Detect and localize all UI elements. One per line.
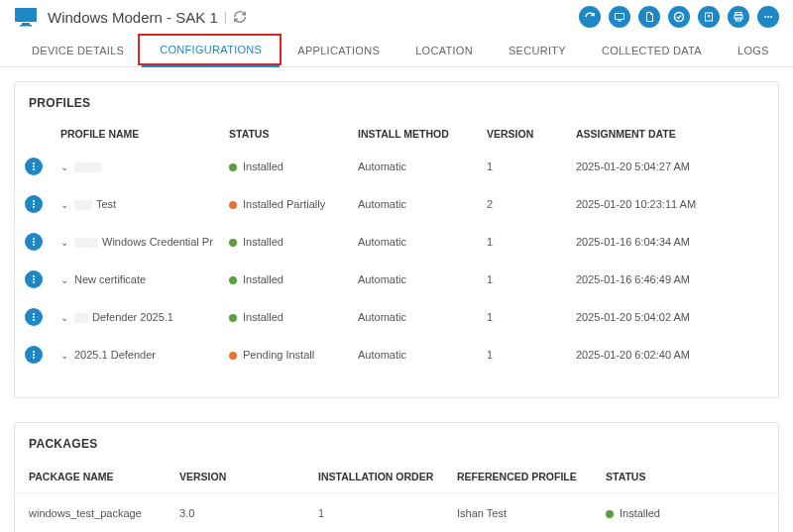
install-method: Automatic [352,185,481,223]
svg-point-22 [33,278,35,280]
status-text: Installed [620,507,660,519]
row-actions-icon[interactable] [25,346,43,364]
assignment-date: 2025-01-20 10:23:11 AM [570,185,778,223]
svg-point-17 [33,206,35,208]
svg-point-20 [33,244,35,246]
col-package-status: STATUS [600,461,778,493]
tab-applications[interactable]: APPLICATIONS [280,33,397,66]
tabs-bar: DEVICE DETAILS CONFIGURATIONS APPLICATIO… [0,32,793,67]
version: 1 [481,223,570,261]
profiles-heading: PROFILES [15,82,778,120]
svg-point-23 [33,281,35,283]
chevron-down-icon[interactable]: ⌄ [60,237,68,248]
svg-point-15 [33,200,35,202]
install-method: Automatic [352,148,481,185]
packages-table: PACKAGE NAME VERSION INSTALLATION ORDER … [15,461,778,532]
row-actions-icon[interactable] [25,270,43,288]
title-separator: | [224,10,227,24]
svg-point-13 [33,165,35,167]
svg-point-27 [33,351,35,353]
chevron-down-icon[interactable]: ⌄ [60,161,68,172]
action-sync-icon[interactable] [579,6,601,28]
chevron-down-icon[interactable]: ⌄ [60,350,68,361]
profile-name: Windows Credential Pr [102,236,213,248]
col-assignment-date: ASSIGNMENT DATE [570,120,778,148]
page-title: Windows Modern - SAK 1 [48,9,218,26]
version: 1 [481,148,570,185]
tab-security[interactable]: SECURITY [491,33,584,66]
status-dot-icon [229,163,237,171]
profile-name: Test [96,198,116,210]
row-actions-icon[interactable] [25,308,43,326]
table-row: windows_test_package3.01Ishan TestInstal… [15,493,778,533]
svg-rect-0 [15,8,37,22]
tab-device-details[interactable]: DEVICE DETAILS [14,33,142,66]
status-text: Installed [243,160,283,172]
svg-point-24 [33,313,35,315]
redacted-text [74,238,98,248]
table-row: ⌄Windows Credential PrInstalledAutomatic… [15,223,778,261]
svg-point-21 [33,275,35,277]
assignment-date: 2025-01-20 6:02:40 AM [570,336,778,373]
svg-rect-2 [20,25,32,27]
tab-location[interactable]: LOCATION [397,33,491,66]
col-ref-profile: REFERENCED PROFILE [451,461,600,493]
redacted-text [74,313,88,323]
row-actions-icon[interactable] [25,158,43,175]
chevron-down-icon[interactable]: ⌄ [60,312,68,323]
svg-point-9 [764,16,766,18]
svg-point-16 [33,203,35,205]
tab-configurations[interactable]: CONFIGURATIONS [142,32,280,67]
chevron-down-icon[interactable]: ⌄ [60,199,68,210]
svg-point-29 [33,357,35,359]
status-dot-icon [229,239,237,247]
redacted-text [74,162,102,172]
status-dot-icon [229,314,237,322]
tab-logs[interactable]: LOGS [720,33,787,66]
svg-point-10 [767,16,769,18]
table-row: ⌄2025.1 DefenderPending InstallAutomatic… [15,336,778,373]
col-package-version: VERSION [173,461,312,493]
assignment-date: 2025-01-16 6:46:49 AM [570,261,778,298]
table-row: ⌄InstalledAutomatic12025-01-20 5:04:27 A… [15,148,778,185]
profiles-panel: PROFILES PROFILE NAME STATUS INSTALL MET… [14,81,779,398]
row-actions-icon[interactable] [25,195,43,213]
svg-point-14 [33,168,35,170]
col-status: STATUS [223,120,352,148]
action-export-icon[interactable] [698,6,720,28]
package-version: 3.0 [173,493,312,533]
col-package-name: PACKAGE NAME [15,461,173,493]
status-text: Installed [243,311,283,323]
status-text: Installed [243,236,283,248]
svg-point-28 [33,354,35,356]
table-row: ⌄TestInstalled PartiallyAutomatic22025-0… [15,185,778,223]
action-screen-icon[interactable] [609,6,630,28]
install-order: 1 [312,493,451,533]
action-more-icon[interactable] [757,6,779,28]
status-dot-icon [229,276,237,284]
device-monitor-icon [14,7,38,27]
version: 1 [481,336,570,373]
col-install-order: INSTALLATION ORDER [312,461,451,493]
action-doc-icon[interactable] [638,6,660,28]
profiles-table: PROFILE NAME STATUS INSTALL METHOD VERSI… [15,120,778,373]
tab-collected-data[interactable]: COLLECTED DATA [584,33,720,66]
profile-name: Defender 2025.1 [92,311,173,323]
col-version: VERSION [481,120,570,148]
assignment-date: 2025-01-20 5:04:02 AM [570,298,778,336]
redacted-text [74,200,92,210]
install-method: Automatic [352,261,481,298]
action-check-icon[interactable] [668,6,690,28]
svg-point-25 [33,316,35,318]
col-profile-name: PROFILE NAME [55,120,223,148]
col-install-method: INSTALL METHOD [352,120,481,148]
assignment-date: 2025-01-20 5:04:27 AM [570,148,778,185]
profile-name: New certificate [74,273,146,285]
tab-notes[interactable]: NOTES [787,33,793,66]
status-dot-icon [606,510,614,518]
install-method: Automatic [352,298,481,336]
row-actions-icon[interactable] [25,233,43,251]
action-print-icon[interactable] [728,6,749,28]
chevron-down-icon[interactable]: ⌄ [60,274,68,285]
refresh-icon[interactable] [233,10,247,24]
